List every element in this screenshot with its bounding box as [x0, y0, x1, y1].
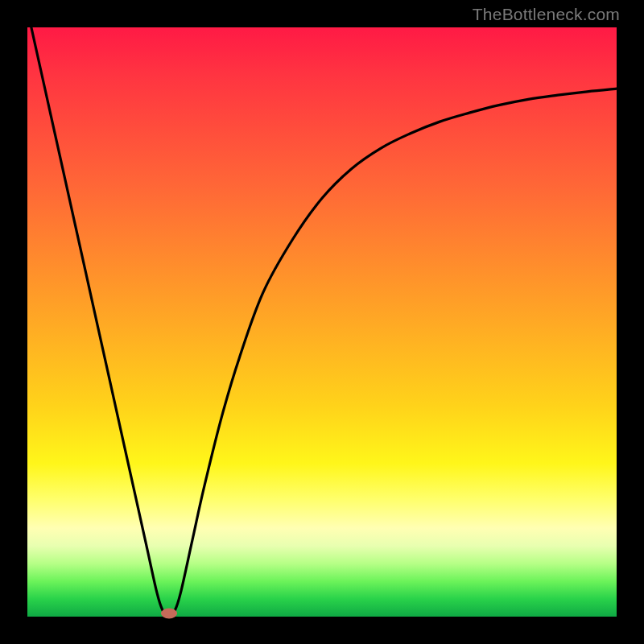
watermark-text: TheBottleneck.com — [473, 5, 620, 24]
plot-area — [27, 27, 617, 617]
minimum-marker — [161, 609, 177, 619]
curve-path — [27, 10, 617, 617]
chart-frame: TheBottleneck.com — [0, 0, 644, 644]
bottleneck-curve — [27, 27, 617, 617]
